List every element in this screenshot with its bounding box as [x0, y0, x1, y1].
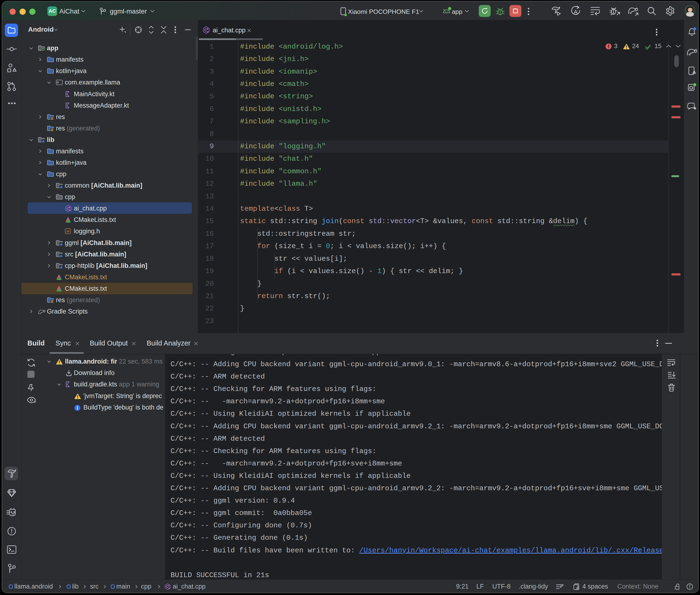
svg-text:A: A	[574, 9, 578, 15]
svg-text:C: C	[166, 585, 168, 589]
svg-text:C: C	[204, 28, 207, 32]
svg-text:C: C	[67, 206, 69, 210]
svg-text:H: H	[67, 229, 69, 233]
